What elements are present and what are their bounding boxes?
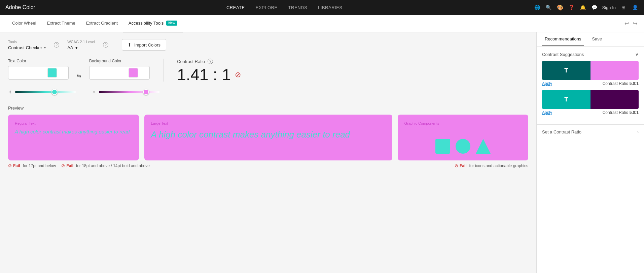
fail-text-large: Fail (66, 163, 73, 168)
tab-accessibility-tools[interactable]: Accessibility Tools New (123, 15, 183, 32)
suggestion-preview-1: T (542, 61, 639, 80)
graphic-square-shape (435, 139, 450, 154)
nav-explore[interactable]: EXPLORE (256, 5, 278, 10)
graphic-circle-shape (456, 139, 470, 154)
wcag-section: WCAG 2.1 Level AA ▾ (67, 40, 95, 50)
regular-text-type: Regular Text (15, 121, 132, 125)
contrast-ratio-value: 1.41 : 1 (177, 65, 231, 84)
wcag-help-icon[interactable]: ? (103, 42, 108, 48)
suggestion-item-1: T Apply Contrast Ratio 5.0:1 (542, 61, 639, 86)
nav-right: 🌐 🔍 🎨 ❓ 🔔 💬 Sign In ⊞ 👤 (534, 4, 639, 11)
fail-icon-large: ⊘ (61, 163, 65, 168)
wcag-select[interactable]: AA ▾ (67, 45, 95, 50)
fail-label-graphic: ⊘ Fail for icons and actionable graphics (455, 163, 528, 168)
suggestions-section: Contrast Suggestions ∨ T Apply Contrast … (537, 47, 644, 124)
text-color-input[interactable]: #41E0D0 (11, 70, 45, 75)
fail-labels-row: ⊘ Fail for 17pt and below ⊘ Fail for 18p… (8, 163, 528, 168)
graphic-shapes (404, 139, 522, 154)
graphic-type: Graphic Components (404, 121, 522, 125)
suggestion-apply-1[interactable]: Apply (542, 81, 552, 86)
suggestion-left-2: T (542, 90, 591, 109)
preview-cards: Regular Text A high color contrast makes… (8, 115, 528, 160)
globe-icon[interactable]: 🌐 (534, 4, 541, 11)
nav-links: CREATE EXPLORE TRENDS LIBRARIES (226, 5, 343, 10)
tools-select[interactable]: Contrast Checker ▾ (8, 45, 46, 50)
fail-icon-regular: ⊘ (8, 163, 12, 168)
suggestion-ratio-2: Contrast Ratio 5.0:1 (603, 110, 639, 115)
new-badge: New (166, 21, 177, 26)
text-color-swatch[interactable] (47, 68, 57, 78)
app-logo: Adobe Color (5, 4, 35, 10)
right-panel-tabs: Recommendations Save (537, 32, 644, 47)
nav-trends[interactable]: TRENDS (288, 5, 307, 10)
preview-section: Preview Regular Text A high color contra… (8, 105, 528, 168)
suggestion-left-1: T (542, 61, 591, 80)
tab-extract-theme[interactable]: Extract Theme (42, 15, 81, 32)
suggestion-ratio-1: Contrast Ratio 5.0:1 (603, 81, 639, 86)
right-panel: Recommendations Save Contrast Suggestion… (536, 32, 644, 273)
fail-text-graphic: Fail (460, 163, 467, 168)
fail-icon-graphic: ⊘ (455, 163, 458, 168)
large-text-content: A high color contrast makes anything eas… (151, 128, 386, 141)
suggestion-meta-1: Apply Contrast Ratio 5.0:1 (542, 81, 639, 86)
bg-color-slider[interactable] (99, 91, 159, 93)
bg-color-input-box: #EE82EE (89, 66, 150, 80)
text-color-input-box: #41E0D0 (8, 66, 69, 80)
redo-button[interactable]: ↪ (633, 20, 637, 27)
import-colors-button[interactable]: ⬆ Import Colors (122, 39, 166, 51)
import-icon: ⬆ (128, 42, 132, 48)
left-panel: Tools Contrast Checker ▾ ? WCAG 2.1 Leve… (0, 32, 536, 273)
text-color-label: Text Color (8, 59, 69, 63)
fail-label-large: ⊘ Fail for 18pt and above / 14pt bold an… (61, 163, 449, 168)
fail-desc-large: for 18pt and above / 14pt bold and above (76, 163, 150, 168)
bg-color-swatch[interactable] (129, 68, 138, 78)
text-color-section: Text Color #41E0D0 (8, 59, 69, 80)
text-color-slider[interactable] (15, 91, 76, 93)
wcag-chevron-icon: ▾ (75, 45, 78, 50)
undo-button[interactable]: ↩ (624, 20, 629, 27)
sign-in-button[interactable]: Sign In (602, 5, 616, 10)
tools-label: Tools (8, 40, 46, 44)
suggestions-chevron-icon: ∨ (635, 52, 639, 57)
second-nav: Color Wheel Extract Theme Extract Gradie… (0, 15, 644, 32)
suggestion-apply-2[interactable]: Apply (542, 110, 552, 115)
fail-desc-graphic: for icons and actionable graphics (469, 163, 528, 168)
bg-color-input[interactable]: #EE82EE (92, 70, 126, 75)
large-text-type: Large Text (151, 121, 386, 125)
search-icon[interactable]: 🔍 (545, 4, 552, 11)
set-contrast-chevron-icon: › (637, 130, 639, 134)
swap-colors-icon[interactable]: ⇆ (77, 72, 81, 79)
nav-libraries[interactable]: LIBRARIES (318, 5, 342, 10)
preview-card-regular: Regular Text A high color contrast makes… (8, 115, 139, 160)
chat-icon[interactable]: 💬 (591, 4, 598, 11)
grid-icon[interactable]: ⊞ (620, 4, 627, 11)
tools-chevron-icon: ▾ (44, 46, 46, 50)
wcag-label: WCAG 2.1 Level (67, 40, 95, 44)
contrast-help-icon[interactable]: ? (208, 59, 213, 64)
set-contrast-ratio-section[interactable]: Set a Contrast Ratio › (537, 124, 644, 139)
tab-extract-gradient[interactable]: Extract Gradient (81, 15, 123, 32)
tab-recommendations[interactable]: Recommendations (542, 32, 584, 46)
graphic-triangle-shape (476, 139, 491, 154)
tab-color-wheel[interactable]: Color Wheel (7, 15, 42, 32)
main-layout: Tools Contrast Checker ▾ ? WCAG 2.1 Leve… (0, 32, 644, 273)
bg-brightness-icon: ☀ (92, 89, 96, 95)
contrast-fail-icon: ⊘ (235, 70, 241, 79)
suggestion-preview-2: T (542, 90, 639, 109)
fail-text-regular: Fail (13, 163, 20, 168)
set-contrast-label: Set a Contrast Ratio (542, 129, 581, 134)
suggestion-right-2 (591, 90, 639, 109)
text-color-slider-group: ☀ (8, 89, 76, 95)
top-nav: Adobe Color CREATE EXPLORE TRENDS LIBRAR… (0, 0, 644, 15)
help-icon[interactable]: ❓ (568, 4, 575, 11)
notifications-icon[interactable]: 🔔 (579, 4, 587, 11)
preview-card-large: Large Text A high color contrast makes a… (144, 115, 392, 160)
avatar-icon[interactable]: 👤 (631, 4, 639, 11)
tools-help-icon[interactable]: ? (54, 42, 59, 48)
suggestions-header[interactable]: Contrast Suggestions ∨ (542, 52, 639, 57)
tab-save[interactable]: Save (589, 32, 605, 46)
regular-text-content: A high color contrast makes anything eas… (15, 128, 132, 136)
nav-create[interactable]: CREATE (226, 5, 245, 10)
color-wheel-icon[interactable]: 🎨 (557, 4, 564, 11)
preview-card-graphic: Graphic Components (398, 115, 529, 160)
